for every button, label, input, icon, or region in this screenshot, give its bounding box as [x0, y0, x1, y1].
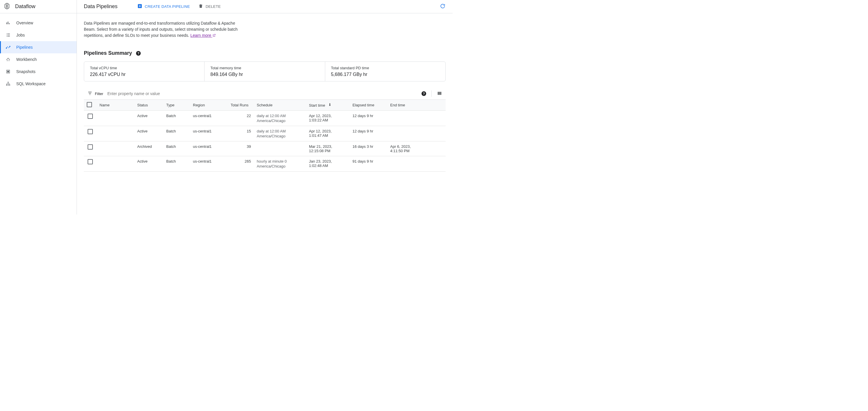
- cell-total-runs: 22: [228, 111, 254, 126]
- start-time-line-2: 12:15:08 PM: [309, 149, 347, 153]
- delete-button[interactable]: DELETE: [198, 3, 221, 9]
- stat-value: 849.164 GBy hr: [210, 72, 319, 77]
- col-end-time[interactable]: End time: [387, 100, 445, 111]
- schedule-text: daily at 12:00 AM: [257, 114, 303, 118]
- start-time-line-2: 1:03:22 AM: [309, 118, 347, 122]
- stat-label: Total memory time: [210, 66, 319, 70]
- pipelines-table: Name Status Type Region Total Runs Sched…: [84, 99, 445, 172]
- sidebar-item-pipelines[interactable]: Pipelines: [0, 41, 76, 53]
- svg-rect-7: [7, 34, 10, 34]
- cell-elapsed: 12 days 9 hr: [349, 111, 387, 126]
- col-elapsed[interactable]: Elapsed time: [349, 100, 387, 111]
- row-checkbox[interactable]: [88, 159, 93, 164]
- cell-type: Batch: [163, 126, 190, 141]
- row-checkbox[interactable]: [88, 144, 93, 149]
- create-pipeline-button[interactable]: CREATE DATA PIPELINE: [137, 3, 190, 9]
- stat-memory: Total memory time 849.164 GBy hr: [205, 62, 325, 81]
- cell-region: us-central1: [190, 141, 228, 156]
- schedule-tz: America/Chicago: [257, 134, 303, 138]
- svg-rect-22: [439, 92, 440, 95]
- sidebar-item-label: Jobs: [16, 33, 25, 37]
- cell-name: [97, 111, 134, 126]
- sidebar-item-sql-workspace[interactable]: SQL Workspace: [0, 78, 76, 90]
- stat-label: Total vCPU time: [90, 66, 198, 70]
- list-icon: [5, 32, 11, 38]
- cell-type: Batch: [163, 156, 190, 172]
- cell-start-time: Jan 23, 2023, 1:02:48 AM: [306, 156, 349, 172]
- summary-stats: Total vCPU time 226.417 vCPU hr Total me…: [84, 62, 445, 81]
- filter-input[interactable]: [106, 90, 418, 97]
- sidebar-item-label: Overview: [16, 21, 33, 25]
- table-row[interactable]: Active Batch us-central1 22 daily at 12:…: [84, 111, 445, 126]
- table-row[interactable]: Archived Batch us-central1 39 Mar 21, 20…: [84, 141, 445, 156]
- svg-rect-17: [6, 84, 7, 85]
- product-name: Dataflow: [15, 3, 35, 9]
- sidebar-item-label: Workbench: [16, 57, 37, 62]
- sidebar: Dataflow Overview Jobs Pipelines: [0, 0, 77, 214]
- snapshot-icon: [5, 69, 11, 74]
- dataflow-logo-icon: [3, 3, 10, 10]
- cell-end-time: [387, 156, 445, 172]
- page-header: Data Pipelines CREATE DATA PIPELINE DELE…: [77, 0, 453, 13]
- col-status[interactable]: Status: [134, 100, 163, 111]
- filter-icon: [87, 91, 93, 97]
- learn-more-label: Learn more: [190, 33, 211, 38]
- main-content: Data Pipelines CREATE DATA PIPELINE DELE…: [77, 0, 453, 214]
- cell-elapsed: 16 days 3 hr: [349, 141, 387, 156]
- cell-start-time: Mar 21, 2023, 12:15:08 PM: [306, 141, 349, 156]
- sidebar-header: Dataflow: [0, 0, 76, 13]
- col-schedule[interactable]: Schedule: [254, 100, 306, 111]
- table-row[interactable]: Active Batch us-central1 15 daily at 12:…: [84, 126, 445, 141]
- refresh-icon: [440, 5, 445, 10]
- start-time-line-1: Mar 21, 2023,: [309, 144, 347, 149]
- sidebar-item-snapshots[interactable]: Snapshots: [0, 66, 76, 78]
- sidebar-item-overview[interactable]: Overview: [0, 17, 76, 29]
- filter-help-icon[interactable]: ?: [422, 91, 426, 96]
- cell-total-runs: 39: [228, 141, 254, 156]
- col-name[interactable]: Name: [97, 100, 134, 111]
- sidebar-item-workbench[interactable]: Workbench: [0, 53, 76, 66]
- cell-region: us-central1: [190, 126, 228, 141]
- select-all-checkbox[interactable]: [87, 102, 92, 107]
- row-checkbox[interactable]: [88, 114, 93, 119]
- cell-end-time: Apr 6, 2023, 4:11:50 PM: [387, 141, 445, 156]
- learn-more-link[interactable]: Learn more: [190, 33, 216, 38]
- svg-rect-16: [8, 82, 9, 82]
- svg-rect-18: [8, 84, 9, 85]
- col-start-time[interactable]: Start time: [306, 100, 349, 111]
- columns-button[interactable]: [437, 91, 442, 97]
- col-region[interactable]: Region: [190, 100, 228, 111]
- cell-total-runs: 265: [228, 156, 254, 172]
- cell-schedule: daily at 12:00 AM America/Chicago: [254, 126, 306, 141]
- sidebar-item-jobs[interactable]: Jobs: [0, 29, 76, 41]
- svg-rect-8: [6, 35, 7, 35]
- cell-end-time: [387, 111, 445, 126]
- sidebar-nav: Overview Jobs Pipelines Workbench: [0, 13, 76, 90]
- cell-total-runs: 15: [228, 126, 254, 141]
- start-time-line-1: Jan 23, 2023,: [309, 159, 347, 164]
- cell-type: Batch: [163, 141, 190, 156]
- end-time-line-1: Apr 6, 2023,: [390, 144, 443, 149]
- cell-type: Batch: [163, 111, 190, 126]
- sidebar-item-label: SQL Workspace: [16, 81, 45, 86]
- svg-rect-4: [8, 22, 8, 24]
- svg-point-0: [7, 5, 7, 5]
- external-link-icon: [212, 33, 216, 38]
- cell-end-time: [387, 126, 445, 141]
- refresh-button[interactable]: [440, 3, 445, 10]
- svg-point-12: [6, 48, 7, 48]
- svg-rect-23: [440, 92, 441, 95]
- table-row[interactable]: Active Batch us-central1 265 hourly at m…: [84, 156, 445, 172]
- start-time-line-2: 1:01:47 AM: [309, 133, 347, 138]
- schedule-text: hourly at minute 0: [257, 159, 303, 164]
- row-checkbox[interactable]: [88, 129, 93, 134]
- sidebar-item-label: Snapshots: [16, 69, 35, 74]
- cell-status: Active: [134, 156, 163, 172]
- help-icon[interactable]: ?: [136, 51, 141, 56]
- cell-start-time: Apr 12, 2023, 1:03:22 AM: [306, 111, 349, 126]
- col-type[interactable]: Type: [163, 100, 190, 111]
- cell-schedule: hourly at minute 0 America/Chicago: [254, 156, 306, 172]
- col-total-runs[interactable]: Total Runs: [228, 100, 254, 111]
- schedule-tz: America/Chicago: [257, 164, 303, 168]
- cell-elapsed: 12 days 9 hr: [349, 126, 387, 141]
